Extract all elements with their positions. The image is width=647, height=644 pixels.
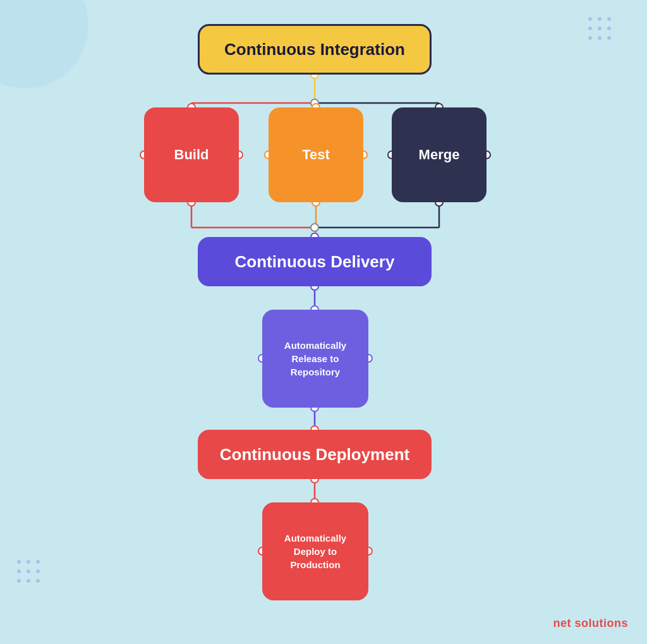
deploy-box: Continuous Deployment bbox=[198, 430, 432, 479]
merge-box: Merge bbox=[392, 107, 487, 202]
svg-point-42 bbox=[607, 17, 611, 21]
svg-point-56 bbox=[27, 579, 30, 583]
svg-point-50 bbox=[27, 560, 30, 564]
svg-point-52 bbox=[17, 569, 21, 573]
svg-point-45 bbox=[607, 27, 611, 30]
merge-label: Merge bbox=[419, 147, 460, 163]
svg-point-22 bbox=[311, 224, 318, 231]
release-box: Automatically Release to Repository bbox=[262, 310, 368, 408]
svg-point-53 bbox=[27, 569, 30, 573]
svg-point-48 bbox=[607, 36, 611, 40]
ci-label: Continuous Integration bbox=[224, 40, 405, 59]
svg-point-55 bbox=[17, 579, 21, 583]
svg-point-46 bbox=[588, 36, 592, 40]
svg-point-40 bbox=[588, 17, 592, 21]
cd-box: Continuous Delivery bbox=[198, 237, 432, 286]
svg-point-47 bbox=[598, 36, 602, 40]
build-label: Build bbox=[174, 147, 209, 163]
deco-dots-bl bbox=[13, 556, 63, 606]
brand: net solutions bbox=[553, 617, 628, 630]
deco-dots-tr bbox=[584, 13, 634, 63]
svg-point-44 bbox=[598, 27, 602, 30]
test-label: Test bbox=[302, 147, 330, 163]
test-box: Test bbox=[269, 107, 363, 202]
brand-text2: solutions bbox=[575, 617, 629, 629]
svg-point-49 bbox=[17, 560, 21, 564]
brand-text1: net bbox=[553, 617, 574, 629]
cd-label: Continuous Delivery bbox=[235, 252, 395, 272]
deploy-label: Continuous Deployment bbox=[220, 445, 409, 465]
svg-point-43 bbox=[588, 27, 592, 30]
svg-point-51 bbox=[36, 560, 40, 564]
svg-point-41 bbox=[598, 17, 602, 21]
release-label: Automatically Release to Repository bbox=[284, 339, 346, 379]
ci-box: Continuous Integration bbox=[198, 24, 432, 75]
production-label: Automatically Deploy to Production bbox=[284, 532, 346, 571]
build-box: Build bbox=[144, 107, 239, 202]
svg-point-54 bbox=[36, 569, 40, 573]
svg-point-57 bbox=[36, 579, 40, 583]
diagram: Continuous Integration Build Test Merge … bbox=[0, 0, 647, 644]
production-box: Automatically Deploy to Production bbox=[262, 502, 368, 600]
